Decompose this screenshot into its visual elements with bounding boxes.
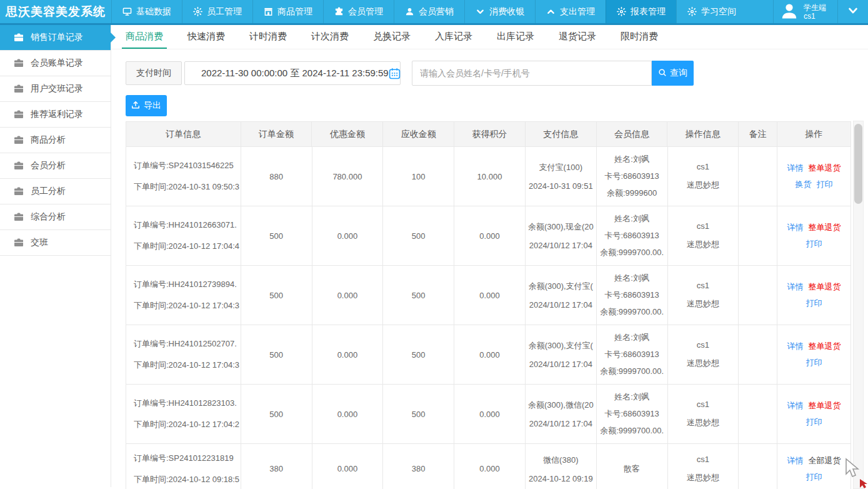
date-range-input[interactable]: 2022-11-30 00:00:00 至 2024-12-11 23:59:5… [184,61,401,85]
print-link[interactable]: 打印 [806,416,822,428]
pay-time-filter-button[interactable]: 支付时间 [126,61,182,85]
calendar-icon[interactable] [389,68,401,79]
gear-icon [617,7,626,16]
nav-item-label: 会员管理 [348,6,383,18]
table-row: 订单编号:HH241012739894. 下单时间:2024-10-12 17:… [126,266,851,325]
order-amount: 380 [241,444,312,489]
member-search-input[interactable] [412,61,652,86]
sidebar-item-staff-analysis[interactable]: 员工分析 [0,179,111,204]
content-area: 商品消费 快速消费 计时消费 计次消费 兑换记录 入库记录 出库记录 退货记录 … [111,25,868,487]
print-link[interactable]: 打印 [806,357,822,368]
points-earned: 0.000 [454,266,526,325]
sidebar-item-label: 销售订单记录 [31,32,83,43]
member-card: 卡号:68603913 [604,290,659,301]
nav-item-base-data[interactable]: 基础数据 [111,0,182,23]
detail-link[interactable]: 详情 [787,222,804,233]
tab-goods-consumption[interactable]: 商品消费 [122,25,167,49]
user-account-menu[interactable]: 学生端 cs1 [773,0,837,23]
print-link[interactable]: 打印 [806,238,822,250]
chevron-down-icon [476,7,485,16]
export-icon [131,101,140,111]
gear-icon [687,7,697,16]
tab-return-records[interactable]: 退货记录 [555,25,600,49]
app-window: 思沃美容美发系统 基础数据 员工管理 商品管理 会员管理 会员营销 [0,0,868,489]
detail-link[interactable]: 详情 [787,400,804,411]
detail-link[interactable]: 详情 [787,281,804,293]
sidebar-item-member-analysis[interactable]: 会员分析 [0,153,111,179]
member-balance: 余额:9999700.00. [600,306,664,318]
pay-time: 2024-10-12 09:19 [529,474,593,483]
tab-outbound-records[interactable]: 出库记录 [493,25,538,49]
points-earned: 0.000 [454,385,526,443]
operator-store: 迷思妙想 [687,179,719,191]
print-link[interactable]: 打印 [806,471,822,483]
discount-amount: 0.000 [312,206,384,265]
tab-exchange-records[interactable]: 兑换记录 [369,25,414,49]
print-link[interactable]: 打印 [817,179,833,190]
sidebar-item-goods-analysis[interactable]: 商品分析 [0,128,111,153]
order-amount: 500 [241,325,312,384]
member-balance: 余额:9999700.00. [600,366,664,377]
query-button[interactable]: 查询 [652,61,694,86]
nav-item-reports[interactable]: 报表管理 [606,0,676,23]
order-amount: 500 [241,266,312,325]
briefcase-icon [14,161,24,171]
nav-item-learning[interactable]: 学习空间 [676,0,747,23]
tab-inbound-records[interactable]: 入库记录 [431,25,476,49]
detail-link[interactable]: 详情 [787,455,804,466]
pay-time: 2024/10/12 17:04 [529,241,592,250]
nav-item-expense[interactable]: 支出管理 [535,0,606,23]
export-button[interactable]: 导出 [126,95,167,116]
exchange-link[interactable]: 换货 [796,179,812,190]
sidebar-item-sales-orders[interactable]: 销售订单记录 [0,25,111,51]
sidebar-item-comprehensive-analysis[interactable]: 综合分析 [0,204,111,230]
table-row: 订单编号:HH241012502707. 下单时间:2024-10-12 17:… [126,325,851,385]
sidebar-item-label: 用户交班记录 [31,83,83,94]
nav-item-staff[interactable]: 员工管理 [182,0,252,23]
detail-link[interactable]: 详情 [787,163,804,174]
search-icon [658,68,667,79]
vertical-scrollbar [853,121,864,489]
column-header: 获得积分 [454,122,526,146]
query-button-label: 查询 [670,68,687,79]
sidebar-item-label: 会员分析 [31,160,66,171]
member-card: 卡号:68603913 [604,349,659,360]
shop-icon [264,7,273,16]
operator-account: cs1 [697,162,709,171]
nav-item-members[interactable]: 会员管理 [323,0,394,23]
full-order-refund-link[interactable]: 整单退货 [809,281,841,293]
scrollbar-thumb[interactable] [854,124,862,204]
full-order-refund-link[interactable]: 整单退货 [809,341,841,352]
nav-item-label: 会员营销 [419,6,454,18]
nav-item-cashier[interactable]: 消费收银 [464,0,535,23]
order-number: 订单编号:HH241012663071. [134,219,237,231]
receivable-amount: 500 [383,206,454,265]
tab-count-consumption[interactable]: 计次消费 [307,25,352,49]
remark-cell [739,444,777,489]
order-time: 下单时间:2024-10-12 17:04:3 [134,300,239,311]
nav-item-goods[interactable]: 商品管理 [252,0,323,23]
member-card: 卡号:68603913 [604,408,659,420]
nav-item-marketing[interactable]: 会员营销 [394,0,464,23]
tab-limited-time-consumption[interactable]: 限时消费 [617,25,662,49]
navbar-collapse-button[interactable] [837,0,868,23]
sidebar-item-referral-rebates[interactable]: 推荐返利记录 [0,102,111,128]
full-order-refund-link[interactable]: 整单退货 [809,163,841,174]
detail-link[interactable]: 详情 [787,341,804,352]
print-link[interactable]: 打印 [806,298,822,309]
sidebar-item-shift[interactable]: 交班 [0,230,111,256]
full-order-refund-link[interactable]: 整单退货 [809,222,841,233]
sidebar-item-member-bills[interactable]: 会员账单记录 [0,51,111,76]
discount-amount: 0.000 [312,325,384,384]
sidebar-item-shift-records[interactable]: 用户交班记录 [0,76,111,102]
table-row: 订单编号:HH241012823103. 下单时间:2024-10-12 17:… [126,385,851,444]
full-order-refund-link[interactable]: 整单退货 [809,400,841,411]
tab-quick-consumption[interactable]: 快速消费 [184,25,229,49]
nav-item-label: 商品管理 [277,6,312,18]
sidebar: 销售订单记录 会员账单记录 用户交班记录 推荐返利记录 商品分析 会员分析 [0,25,111,487]
puzzle-icon [334,7,344,16]
tab-timed-consumption[interactable]: 计时消费 [246,25,291,49]
member-balance: 余额:9999700.00. [600,247,664,258]
full-refund-link[interactable]: 全部退货 [809,455,841,466]
nav-item-label: 基础数据 [136,6,171,18]
